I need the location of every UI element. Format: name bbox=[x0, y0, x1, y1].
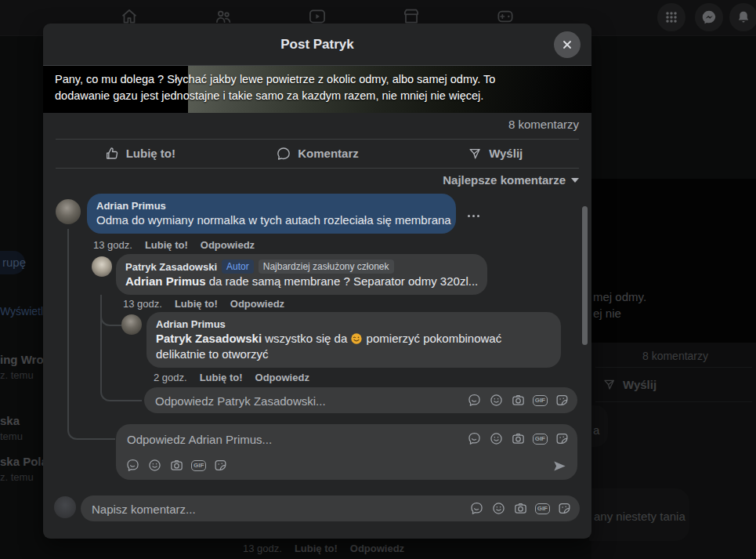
send-button[interactable]: Wyślij bbox=[406, 140, 584, 167]
emoji-icon[interactable] bbox=[489, 431, 504, 446]
comment-bubble-highlighted: Adrian Primus Odma do wymiany normalka w… bbox=[87, 194, 456, 234]
post-text: Pany, co mu dolega ? Słychać jakby lewe … bbox=[55, 71, 534, 104]
comment-author[interactable]: Adrian Primus bbox=[156, 318, 552, 331]
sticker-icon[interactable] bbox=[555, 393, 570, 408]
wink-emoji bbox=[350, 332, 363, 345]
reply-link[interactable]: Odpowiedz bbox=[201, 239, 255, 251]
comment-input-field[interactable] bbox=[90, 495, 438, 523]
emoji-icon[interactable] bbox=[147, 458, 162, 473]
sticker-icon[interactable] bbox=[557, 501, 572, 516]
camera-icon[interactable] bbox=[511, 393, 526, 408]
timestamp: 13 godz. bbox=[93, 239, 132, 251]
modal-header: Post Patryk bbox=[43, 24, 591, 66]
reply-link[interactable]: Odpowiedz bbox=[255, 372, 309, 383]
like-button[interactable]: Lubię to! bbox=[51, 140, 229, 167]
comment-label: Komentarz bbox=[298, 147, 359, 160]
modal-title: Post Patryk bbox=[43, 24, 591, 65]
post-modal: Post Patryk Pany, co mu dolega ? Słychać… bbox=[43, 24, 591, 539]
sort-comments-dropdown[interactable]: Najlepsze komentarze bbox=[443, 173, 579, 187]
author-badge: Autor bbox=[222, 260, 254, 274]
camera-icon[interactable] bbox=[513, 501, 528, 516]
thread-line bbox=[100, 295, 121, 326]
comment-meta: 13 godz. Lubię to! Odpowiedz bbox=[123, 298, 284, 310]
action-bar: Lubię to! Komentarz Wyślij bbox=[51, 140, 584, 167]
mention-link[interactable]: Patryk Zasadowski bbox=[156, 332, 262, 345]
comment-bubble-icon bbox=[276, 146, 291, 162]
gif-icon[interactable]: GIF bbox=[191, 460, 206, 471]
avatar-sticker-icon[interactable] bbox=[125, 458, 140, 473]
comment-text: wszystko się da bbox=[262, 332, 350, 345]
emoji-icon[interactable] bbox=[489, 393, 504, 408]
reply-link[interactable]: Odpowiedz bbox=[230, 298, 284, 310]
chevron-down-icon bbox=[571, 178, 579, 183]
send-label: Wyślij bbox=[489, 147, 523, 160]
camera-icon[interactable] bbox=[169, 458, 184, 473]
camera-icon[interactable] bbox=[511, 431, 526, 446]
close-button[interactable] bbox=[554, 31, 581, 58]
reply-input-patryk[interactable]: GIF bbox=[144, 387, 577, 413]
emoji-icon[interactable] bbox=[491, 501, 506, 516]
comment-count[interactable]: 8 komentarzy bbox=[508, 118, 579, 131]
close-icon bbox=[559, 37, 575, 53]
sticker-icon[interactable] bbox=[555, 431, 570, 446]
avatar[interactable] bbox=[121, 314, 142, 335]
comment-text: da rade samą membrane ? Separator odmy 3… bbox=[206, 274, 479, 288]
timestamp: 13 godz. bbox=[123, 298, 162, 310]
avatar[interactable] bbox=[92, 256, 112, 277]
like-label: Lubię to! bbox=[126, 147, 175, 160]
scrollbar-thumb[interactable] bbox=[582, 206, 588, 345]
like-link[interactable]: Lubię to! bbox=[145, 239, 188, 251]
reply-composer-adrian[interactable]: GIF GIF bbox=[116, 424, 577, 480]
avatar[interactable] bbox=[56, 199, 81, 224]
comment-meta: 13 godz. Lubię to! Odpowiedz bbox=[93, 239, 255, 251]
send-plane-icon bbox=[467, 146, 483, 162]
reply-input-field[interactable] bbox=[125, 429, 426, 449]
gif-icon[interactable]: GIF bbox=[533, 434, 548, 445]
comment-bubble: Patryk Zasadowski Autor Najbardziej zasł… bbox=[116, 254, 487, 295]
comment-meta: 2 godz. Lubię to! Odpowiedz bbox=[154, 372, 309, 383]
comment-button[interactable]: Komentarz bbox=[229, 140, 407, 167]
thumbs-up-icon bbox=[104, 146, 120, 162]
new-comment-input[interactable]: GIF bbox=[81, 495, 580, 521]
gif-icon[interactable]: GIF bbox=[533, 395, 548, 406]
reply-input-field[interactable] bbox=[154, 387, 447, 415]
like-link[interactable]: Lubię to! bbox=[200, 372, 243, 383]
mention-link[interactable]: Adrian Primus bbox=[125, 274, 206, 288]
avatar-sticker-icon[interactable] bbox=[467, 431, 482, 446]
sort-label: Najlepsze komentarze bbox=[443, 173, 566, 187]
post-media-strip: Pany, co mu dolega ? Słychać jakby lewe … bbox=[43, 66, 591, 113]
submit-comment-icon[interactable] bbox=[552, 458, 568, 474]
comment-options-button[interactable] bbox=[463, 210, 484, 222]
divider bbox=[56, 168, 579, 169]
comment-author[interactable]: Patryk Zasadowski bbox=[125, 260, 217, 274]
avatar bbox=[54, 496, 76, 518]
top-member-badge: Najbardziej zasłużony członek bbox=[259, 260, 394, 274]
timestamp: 2 godz. bbox=[154, 372, 187, 383]
comment-text: Odma do wymiany normalka w tych autach r… bbox=[96, 212, 447, 228]
screen: rupę Wyświetl ing Wro z. temu ska temu s… bbox=[0, 0, 756, 559]
avatar-sticker-icon[interactable] bbox=[469, 501, 484, 516]
comment-author[interactable]: Adrian Primus bbox=[96, 199, 447, 212]
like-link[interactable]: Lubię to! bbox=[175, 298, 218, 310]
avatar-sticker-icon[interactable] bbox=[467, 393, 482, 408]
comment-bubble: Adrian Primus Patryk Zasadowski wszystko… bbox=[146, 312, 561, 368]
gif-icon[interactable]: GIF bbox=[535, 503, 550, 514]
sticker-icon[interactable] bbox=[213, 458, 228, 473]
